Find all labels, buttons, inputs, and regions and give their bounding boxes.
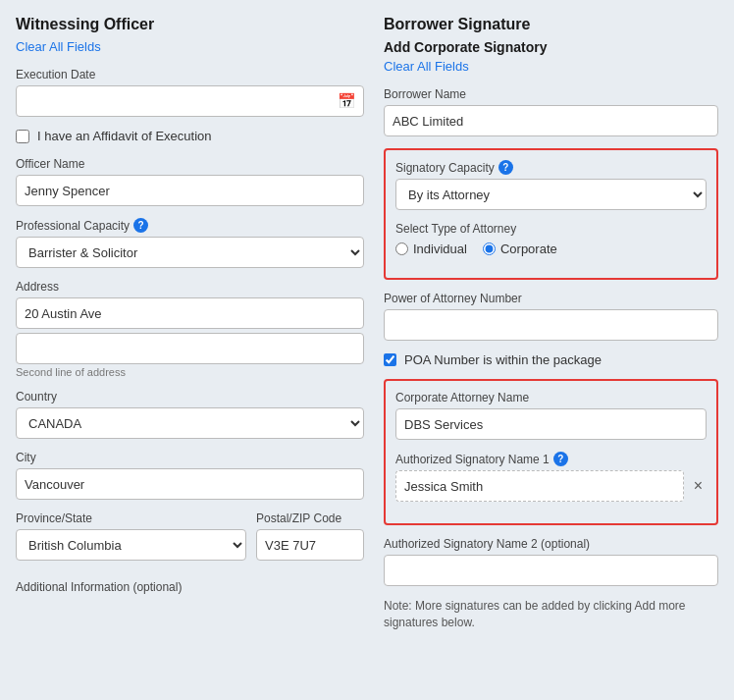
- signatory-capacity-select[interactable]: By its Attorney By its Director By its O…: [395, 179, 707, 210]
- signatory-capacity-label: Signatory Capacity ?: [395, 160, 707, 175]
- additional-info-label: Additional Information (optional): [16, 580, 364, 594]
- authorized-signatory1-input-row: ×: [395, 470, 707, 502]
- execution-date-input[interactable]: [16, 85, 364, 117]
- authorized-signatory1-label: Authorized Signatory Name 1 ?: [395, 452, 707, 466]
- poa-number-group: Power of Attorney Number: [384, 292, 718, 341]
- officer-name-group: Officer Name: [16, 157, 364, 206]
- poa-within-package-checkbox[interactable]: [384, 353, 396, 366]
- affidavit-checkbox-row: I have an Affidavit of Execution: [16, 129, 364, 143]
- borrower-name-input[interactable]: [384, 105, 718, 136]
- authorized-signatory1-info-icon[interactable]: ?: [553, 452, 568, 466]
- authorized-signatory2-label: Authorized Signatory Name 2 (optional): [384, 537, 718, 551]
- attorney-individual-radio[interactable]: [395, 242, 408, 255]
- professional-capacity-label: Professional Capacity ?: [16, 218, 364, 233]
- authorized-signatory2-group: Authorized Signatory Name 2 (optional): [384, 537, 718, 586]
- province-postal-row: Province/State British Columbia Alberta …: [16, 512, 364, 572]
- signatory-capacity-info-icon[interactable]: ?: [498, 160, 513, 175]
- officer-name-input[interactable]: [16, 175, 364, 206]
- address-line2-input[interactable]: [16, 333, 364, 364]
- address-line2-hint: Second line of address: [16, 366, 364, 378]
- right-panel: Borrower Signature Add Corporate Signato…: [384, 16, 718, 684]
- authorized-signatory1-group: Authorized Signatory Name 1 ? ×: [395, 452, 707, 502]
- attorney-corporate-radio[interactable]: [483, 242, 496, 255]
- note-text: Note: More signatures can be added by cl…: [384, 598, 718, 631]
- poa-checkbox-row: POA Number is within the package: [384, 352, 718, 367]
- address-group: Address Second line of address: [16, 280, 364, 378]
- country-label: Country: [16, 390, 364, 404]
- execution-date-input-wrapper: 📅: [16, 85, 364, 117]
- professional-capacity-select[interactable]: Barrister & Solicitor Notary Public Comm…: [16, 237, 364, 268]
- affidavit-label: I have an Affidavit of Execution: [37, 129, 212, 143]
- attorney-individual-option: Individual: [395, 242, 467, 256]
- postal-group: Postal/ZIP Code: [256, 512, 364, 561]
- left-title: Witnessing Officer: [16, 16, 364, 33]
- professional-capacity-info-icon[interactable]: ?: [133, 218, 148, 233]
- execution-date-group: Execution Date 📅: [16, 68, 364, 117]
- city-group: City: [16, 451, 364, 500]
- borrower-name-group: Borrower Name: [384, 87, 718, 136]
- left-panel: Witnessing Officer Clear All Fields Exec…: [16, 16, 364, 684]
- signatory-capacity-section: Signatory Capacity ? By its Attorney By …: [384, 148, 718, 280]
- poa-number-input[interactable]: [384, 309, 718, 341]
- address-label: Address: [16, 280, 364, 294]
- attorney-individual-label: Individual: [413, 242, 467, 256]
- province-label: Province/State: [16, 512, 246, 525]
- execution-date-label: Execution Date: [16, 68, 364, 81]
- province-select[interactable]: British Columbia Alberta Ontario Quebec: [16, 529, 246, 561]
- authorized-signatory2-input[interactable]: [384, 555, 718, 586]
- authorized-signatory1-input[interactable]: [395, 470, 684, 502]
- city-input[interactable]: [16, 468, 364, 500]
- postal-input[interactable]: [256, 529, 364, 561]
- authorized-signatory1-clear-button[interactable]: ×: [690, 477, 707, 495]
- poa-checkbox-label: POA Number is within the package: [404, 352, 602, 367]
- attorney-corporate-option: Corporate: [483, 242, 557, 256]
- right-title: Borrower Signature: [384, 16, 718, 33]
- corporate-attorney-label: Corporate Attorney Name: [395, 391, 707, 404]
- attorney-type-group: Select Type of Attorney Individual Corpo…: [395, 222, 707, 256]
- borrower-name-label: Borrower Name: [384, 87, 718, 101]
- affidavit-checkbox[interactable]: [16, 130, 29, 143]
- officer-name-label: Officer Name: [16, 157, 364, 171]
- city-label: City: [16, 451, 364, 464]
- address-line1-input[interactable]: [16, 297, 364, 329]
- country-group: Country CANADA USA Other: [16, 390, 364, 439]
- left-clear-link[interactable]: Clear All Fields: [16, 39, 101, 54]
- poa-number-label: Power of Attorney Number: [384, 292, 718, 305]
- attorney-corporate-label: Corporate: [500, 242, 557, 256]
- postal-label: Postal/ZIP Code: [256, 512, 364, 525]
- right-subtitle: Add Corporate Signatory: [384, 39, 718, 55]
- signatory-capacity-group: Signatory Capacity ? By its Attorney By …: [395, 160, 707, 210]
- attorney-type-radio-row: Individual Corporate: [395, 242, 707, 256]
- corporate-attorney-group: Corporate Attorney Name: [395, 391, 707, 440]
- corporate-attorney-input[interactable]: [395, 408, 707, 440]
- attorney-type-label: Select Type of Attorney: [395, 222, 707, 236]
- right-clear-link[interactable]: Clear All Fields: [384, 59, 469, 74]
- country-select[interactable]: CANADA USA Other: [16, 407, 364, 439]
- corporate-attorney-section: Corporate Attorney Name Authorized Signa…: [384, 379, 718, 525]
- professional-capacity-group: Professional Capacity ? Barrister & Soli…: [16, 218, 364, 268]
- province-group: Province/State British Columbia Alberta …: [16, 512, 246, 561]
